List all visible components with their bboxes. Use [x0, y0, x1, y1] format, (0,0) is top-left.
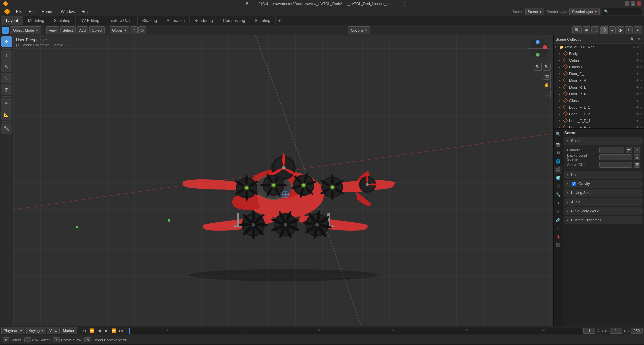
add-tool[interactable]: 🔧	[1, 123, 12, 134]
vis-btn-chassis[interactable]: 👁	[636, 65, 639, 69]
section-customprops-header[interactable]: ▸ Custom Properties	[564, 216, 643, 224]
tab-rendering[interactable]: Rendering	[190, 16, 218, 25]
vis-btn-loopfr2[interactable]: 👁	[636, 126, 639, 129]
timeline-view-menu[interactable]: View	[47, 327, 60, 334]
timeline-ruler[interactable]: 1 50 100 150 200 250	[129, 328, 582, 334]
maximize-button[interactable]: □	[631, 1, 635, 6]
close-button[interactable]: ✕	[637, 1, 641, 6]
tab-uvediting[interactable]: UV Editing	[76, 16, 104, 25]
sel-btn-glass[interactable]: ↗	[640, 99, 643, 103]
shading-options-btn[interactable]: ▼	[634, 26, 642, 34]
material-mode-btn[interactable]: ◑	[616, 26, 624, 34]
playback-menu[interactable]: Playback ▼	[1, 327, 25, 334]
outliner-row-loopfl2[interactable]: ▸ Loop_F_L_2 👁 ↗	[554, 111, 644, 117]
renderlayer-selector[interactable]: RenderLayer▼	[569, 8, 600, 15]
outliner-row-doorfr[interactable]: ▸ Door_F_R 👁 ↗	[554, 77, 644, 84]
prop-scene-icon[interactable]: 🎬	[554, 166, 562, 174]
vis-btn-doorrr[interactable]: 👁	[636, 92, 639, 96]
blender-icon-btn[interactable]: 🔷	[2, 27, 9, 34]
camera-new-btn[interactable]: ↗	[634, 147, 640, 153]
prop-objectdata-icon[interactable]: △	[554, 224, 562, 232]
snap-btn[interactable]: ⊙	[130, 26, 138, 34]
sel-btn-loopfl2[interactable]: ↗	[640, 112, 643, 116]
sel-btn-chassis[interactable]: ↗	[640, 65, 643, 69]
scale-tool[interactable]: ⤡	[1, 73, 12, 83]
vis-btn-loopfr1[interactable]: 👁	[636, 119, 639, 123]
menu-help[interactable]: Help	[79, 9, 92, 15]
menu-blender[interactable]: 🔶	[2, 8, 13, 15]
section-rigidbody-header[interactable]: ▸ Rigid Body World	[564, 207, 643, 215]
measure-tool[interactable]: 📐	[1, 109, 12, 120]
sel-btn-loopfl1[interactable]: ↗	[640, 106, 643, 109]
tab-scripting[interactable]: Scripting	[250, 16, 276, 25]
vis-btn-doorfr[interactable]: 👁	[636, 79, 639, 82]
vis-btn-doorrl[interactable]: 👁	[636, 85, 639, 89]
end-frame-field[interactable]: 250	[631, 328, 643, 334]
tab-compositing[interactable]: Compositing	[218, 16, 250, 25]
solid-mode-btn[interactable]: ●	[609, 26, 616, 34]
prop-constraints-icon[interactable]: 🔗	[554, 216, 562, 224]
navigation-gizmo[interactable]: X Y Z	[528, 38, 551, 60]
zoom-in-btn[interactable]: 🔍	[543, 63, 551, 71]
outliner-row-root[interactable]: ▾ 📁 Atea_eVTOL_Red 👁 ↗ ◌	[554, 44, 644, 50]
vis-btn-glass[interactable]: 👁	[636, 99, 639, 103]
vis-btn-body[interactable]: 👁	[636, 52, 639, 56]
tab-sculpting[interactable]: Sculpting	[49, 16, 76, 25]
sel-btn-root[interactable]: ↗	[636, 45, 639, 49]
active-clip-value[interactable]	[599, 162, 632, 168]
outliner-row-loopfl1[interactable]: ▸ Loop_F_L_1 👁 ↗	[554, 104, 644, 111]
add-menu[interactable]: Add	[77, 26, 88, 34]
wire-mode-btn[interactable]: ⬡	[600, 26, 608, 34]
prop-modifier-icon[interactable]: 🔧	[554, 191, 562, 199]
rotate-tool[interactable]: ↻	[1, 61, 12, 72]
tab-modeling[interactable]: Modeling	[23, 16, 49, 25]
active-clip-btn[interactable]: 🎬	[634, 162, 640, 168]
gizmo-y[interactable]: Y	[536, 53, 540, 57]
view-menu[interactable]: View	[46, 26, 59, 34]
global-selector[interactable]: Global ▼	[110, 26, 129, 34]
current-frame-field[interactable]: 1	[583, 328, 595, 334]
outliner-search-icon[interactable]: 🔍	[629, 36, 635, 42]
outliner-row-loopfr1[interactable]: ▸ Loop_F_R_1 👁 ↗	[554, 117, 644, 124]
transform-tool[interactable]: ⊞	[1, 84, 12, 95]
xray-btn[interactable]: ⬚	[591, 26, 599, 34]
annotate-tool[interactable]: ✏	[1, 98, 12, 109]
options-button[interactable]: Options ▼	[348, 26, 371, 34]
outliner-row-cabin[interactable]: ▸ Cabin 👁 ↗	[554, 57, 644, 64]
hide-btn-root[interactable]: ◌	[640, 45, 643, 49]
prop-object-icon[interactable]: ⬡	[554, 182, 562, 190]
sel-btn-doorrr[interactable]: ↗	[640, 92, 643, 96]
proportional-btn[interactable]: ◎	[138, 26, 146, 34]
prop-material-icon[interactable]: ◉	[554, 233, 562, 241]
background-scene-value[interactable]	[599, 154, 632, 160]
prev-keyframe-btn[interactable]: ⏪	[88, 327, 95, 334]
outliner-row-doorfl[interactable]: ▸ Door_F_L 👁 ↗	[554, 70, 644, 77]
prop-world-icon[interactable]: 🌍	[554, 174, 562, 182]
outliner-row-chassis[interactable]: ▸ Chassis 👁 ↗	[554, 64, 644, 70]
overlay-btn-1[interactable]: 🔍	[572, 26, 582, 34]
tab-texturepaint[interactable]: Texture Paint	[104, 16, 138, 25]
camera-btn[interactable]: 📷	[543, 72, 551, 80]
outliner-row-loopfr2[interactable]: ▸ Loop_F_R_2 👁 ↗	[554, 124, 644, 128]
sel-btn-doorrl[interactable]: ↗	[640, 85, 643, 89]
scene-selector[interactable]: Scene▼	[525, 8, 544, 15]
marker-menu[interactable]: Marker	[61, 327, 77, 334]
keying-menu[interactable]: Keying ▼	[26, 327, 46, 334]
menu-edit[interactable]: Edit	[26, 9, 38, 15]
prop-physics-icon[interactable]: ⚛	[554, 208, 562, 216]
outliner-filter-icon[interactable]: ▼	[636, 36, 642, 42]
prop-particles-icon[interactable]: ✦	[554, 199, 562, 207]
prop-texture-icon[interactable]: ⬛	[554, 241, 562, 249]
tab-animation[interactable]: Animation	[162, 16, 190, 25]
sel-btn-body[interactable]: ↗	[640, 52, 643, 56]
gizmo-x[interactable]: X	[543, 45, 547, 49]
menu-file[interactable]: File	[13, 9, 25, 15]
prop-viewlayer-icon[interactable]: 🌐	[554, 157, 562, 165]
outliner-row-doorrr[interactable]: ▸ Door_R_R 👁 ↗	[554, 91, 644, 97]
sel-btn-loopfr2[interactable]: ↗	[640, 126, 643, 129]
global-search[interactable]: 🔍	[602, 8, 642, 15]
menu-render[interactable]: Render	[39, 9, 57, 15]
tab-shading[interactable]: Shading	[138, 16, 162, 25]
prop-output-icon[interactable]: 🖥	[554, 149, 562, 157]
section-scene-header[interactable]: ▾ Scene	[564, 137, 643, 145]
